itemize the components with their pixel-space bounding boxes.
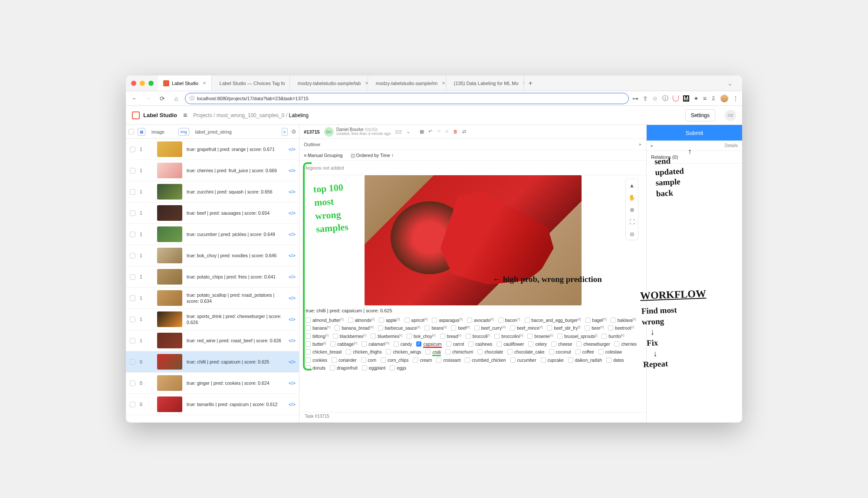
choice-checkbox[interactable] bbox=[407, 334, 412, 339]
crumb-project[interactable]: most_wrong_100_samples_0 bbox=[217, 112, 285, 118]
task-image[interactable] bbox=[365, 175, 582, 305]
choice-checkbox[interactable] bbox=[335, 325, 340, 331]
choice-cauliflower[interactable]: cauliflower bbox=[496, 341, 524, 347]
choice-corn_chips[interactable]: corn_chips bbox=[381, 357, 408, 363]
choice-checkbox[interactable] bbox=[346, 349, 351, 354]
choice-checkbox[interactable] bbox=[404, 318, 410, 323]
col-image[interactable]: image bbox=[149, 129, 175, 134]
choice-almonds[interactable]: almonds[2] bbox=[348, 318, 375, 323]
menu-icon[interactable]: ⋮ bbox=[733, 95, 739, 102]
choice-apricot[interactable]: apricot[4] bbox=[404, 318, 428, 323]
row-checkbox[interactable] bbox=[130, 338, 135, 344]
choice-bread[interactable]: bread[v] bbox=[440, 334, 461, 339]
choice-checkbox[interactable] bbox=[468, 341, 473, 347]
choice-cashews[interactable]: cashews bbox=[468, 341, 492, 347]
choice-checkbox[interactable] bbox=[510, 325, 515, 331]
browser-tab[interactable]: modzy-labelstudio-sample/im× bbox=[368, 75, 446, 91]
choice-cheeseburger[interactable]: cheeseburger bbox=[576, 341, 610, 347]
choice-checkbox[interactable] bbox=[378, 325, 383, 331]
choice-checkbox[interactable] bbox=[362, 341, 367, 347]
choice-checkbox[interactable] bbox=[362, 365, 367, 370]
choice-checkbox[interactable] bbox=[507, 349, 513, 354]
choice-cream[interactable]: cream bbox=[413, 357, 432, 363]
minimize-window[interactable] bbox=[140, 81, 145, 86]
col-label[interactable]: label_pred_string bbox=[193, 129, 278, 134]
choice-checkbox[interactable] bbox=[551, 341, 556, 347]
row-checkbox[interactable] bbox=[130, 359, 135, 365]
browser-tab[interactable]: Label Studio — Choices Tag fo× bbox=[212, 75, 290, 91]
choice-checkbox[interactable] bbox=[477, 349, 483, 354]
choice-coconut[interactable]: coconut bbox=[549, 349, 571, 354]
choice-checkbox[interactable] bbox=[424, 325, 430, 331]
order-mode[interactable]: ◫ Ordered by Time ↑ bbox=[351, 153, 394, 158]
row-code-icon[interactable]: </> bbox=[289, 189, 296, 194]
choice-corn[interactable]: corn bbox=[361, 357, 376, 363]
row-code-icon[interactable]: </> bbox=[289, 253, 296, 258]
choice-bok_choy[interactable]: bok_choy[b] bbox=[407, 334, 436, 339]
choice-checkbox[interactable] bbox=[330, 365, 335, 370]
home-button[interactable]: ⌂ bbox=[171, 95, 181, 102]
choice-cabbage[interactable]: cabbage[n] bbox=[330, 341, 357, 347]
row-checkbox[interactable] bbox=[130, 147, 135, 152]
choice-bacon_and_egg_burger[interactable]: bacon_and_egg_burger[8] bbox=[525, 318, 581, 323]
row-code-icon[interactable]: </> bbox=[289, 274, 296, 279]
choice-checkbox[interactable] bbox=[445, 349, 450, 354]
choice-chilli[interactable]: chilli bbox=[425, 349, 441, 354]
choice-checkbox[interactable] bbox=[379, 318, 384, 323]
table-row[interactable]: 1 true: grapefruit | pred: orange | scor… bbox=[126, 139, 299, 160]
redo-icon[interactable]: ↷ bbox=[437, 129, 441, 134]
choice-beef[interactable]: beef[a] bbox=[451, 325, 470, 331]
choice-checkbox[interactable] bbox=[381, 357, 386, 363]
choice-beetroot[interactable]: beetroot[z] bbox=[608, 325, 634, 331]
choice-blueberries[interactable]: blueberries[v] bbox=[371, 334, 402, 339]
choice-checkbox[interactable] bbox=[332, 357, 337, 363]
row-checkbox[interactable] bbox=[130, 253, 135, 259]
choice-broccoli[interactable]: broccoli[r] bbox=[466, 334, 490, 339]
back-button[interactable]: ← bbox=[129, 95, 140, 102]
row-code-icon[interactable]: </> bbox=[289, 338, 296, 343]
choice-checkbox[interactable] bbox=[474, 325, 480, 331]
choice-checkbox[interactable] bbox=[602, 334, 607, 339]
choice-beans[interactable]: beans[e] bbox=[424, 325, 447, 331]
choice-beef_stir_fry[interactable]: beef_stir_fry[f] bbox=[547, 325, 580, 331]
choice-coriander[interactable]: coriander bbox=[332, 357, 357, 363]
choice-checkbox[interactable] bbox=[608, 325, 613, 331]
row-code-icon[interactable]: </> bbox=[289, 359, 296, 364]
choice-apple[interactable]: apple[3] bbox=[379, 318, 400, 323]
collapse-icon[interactable]: ▸ bbox=[639, 141, 642, 147]
table-row[interactable]: 1 true: red_wine | pred: roast_beef | sc… bbox=[126, 330, 299, 351]
choice-checkbox[interactable] bbox=[527, 334, 533, 339]
choice-checkbox[interactable] bbox=[525, 318, 530, 323]
row-code-icon[interactable]: </> bbox=[289, 380, 296, 386]
choice-dates[interactable]: dates bbox=[606, 357, 624, 363]
choice-cupcake[interactable]: cupcake bbox=[541, 357, 564, 363]
table-row[interactable]: 0 true: ginger | pred: cookies | score: … bbox=[126, 373, 299, 394]
choice-checkbox[interactable] bbox=[575, 349, 581, 354]
choice-beef_mince[interactable]: beef_mince[d] bbox=[510, 325, 543, 331]
choice-chicken_wings[interactable]: chicken_wings bbox=[386, 349, 421, 354]
row-checkbox[interactable] bbox=[130, 210, 135, 216]
columns-settings-icon[interactable]: ⚙ bbox=[291, 128, 296, 135]
zoom-in-icon[interactable]: ⊕ bbox=[628, 205, 636, 214]
choice-checkbox[interactable] bbox=[598, 349, 604, 354]
choice-cucumber[interactable]: cucumber bbox=[510, 357, 536, 363]
choice-bagel[interactable]: bagel[9] bbox=[585, 318, 606, 323]
row-code-icon[interactable]: </> bbox=[289, 147, 296, 152]
pocket-icon[interactable] bbox=[673, 95, 679, 102]
choice-checkbox[interactable] bbox=[432, 318, 437, 323]
choice-checkbox[interactable] bbox=[446, 341, 451, 347]
choice-brussel_sprouts[interactable]: brussel_sprouts[j] bbox=[557, 334, 597, 339]
choice-checkbox[interactable] bbox=[549, 349, 554, 354]
table-row[interactable]: 0 true: chilli | pred: capsicum | score:… bbox=[126, 351, 299, 373]
choice-eggplant[interactable]: eggplant bbox=[362, 365, 385, 370]
choice-crumbed_chicken[interactable]: crumbed_chicken bbox=[465, 357, 506, 363]
choice-checkbox[interactable] bbox=[606, 357, 612, 363]
row-code-icon[interactable]: </> bbox=[289, 232, 296, 237]
row-checkbox[interactable] bbox=[130, 317, 135, 322]
brand[interactable]: Label Studio bbox=[132, 111, 177, 119]
maximize-window[interactable] bbox=[148, 81, 154, 86]
choice-checkbox[interactable] bbox=[330, 341, 335, 347]
browser-tab[interactable]: Label Studio× bbox=[158, 75, 212, 91]
choice-calamari[interactable]: calamari[m] bbox=[362, 341, 389, 347]
row-code-icon[interactable]: </> bbox=[289, 402, 296, 407]
